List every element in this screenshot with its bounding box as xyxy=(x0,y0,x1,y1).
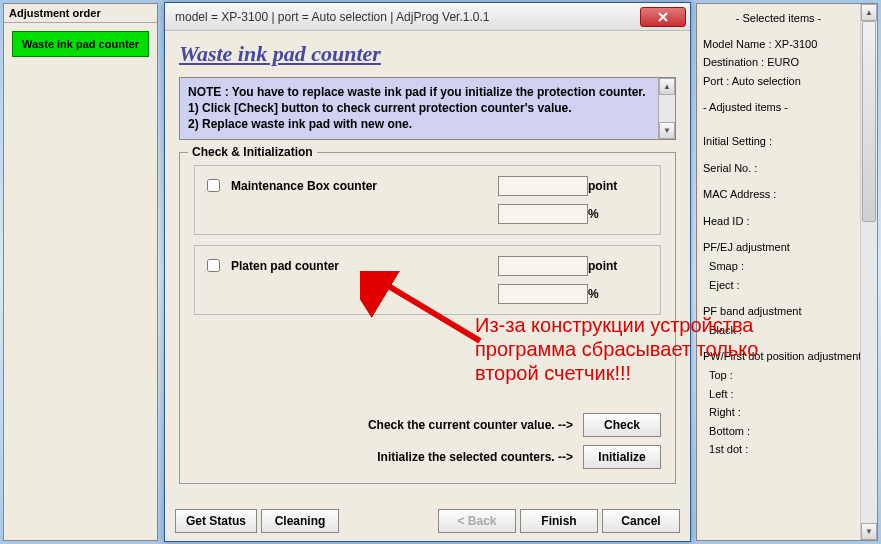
unit-point-label: point xyxy=(588,179,648,193)
dialog-titlebar: model = XP-3100 | port = Auto selection … xyxy=(165,3,690,31)
platen-percent-field xyxy=(498,284,588,304)
adjusted-item: PF band adjustment xyxy=(703,303,854,321)
note-line: NOTE : You have to replace waste ink pad… xyxy=(188,84,652,100)
note-box: NOTE : You have to replace waste ink pad… xyxy=(179,77,676,140)
adjusted-item: Bottom : xyxy=(703,423,854,441)
adjusted-item: Right : xyxy=(703,404,854,422)
port-label: Port : Auto selection xyxy=(703,73,854,91)
unit-point-label: point xyxy=(588,259,648,273)
scroll-track[interactable] xyxy=(861,21,877,523)
groupbox-title: Check & Initialization xyxy=(188,145,317,159)
adjusted-item: Eject : xyxy=(703,277,854,295)
get-status-button[interactable]: Get Status xyxy=(175,509,257,533)
selected-items-header: - Selected items - xyxy=(703,10,854,28)
right-scrollbar[interactable]: ▲ ▼ xyxy=(860,4,877,540)
page-title: Waste ink pad counter xyxy=(179,41,676,67)
waste-ink-pad-counter-button[interactable]: Waste ink pad counter xyxy=(12,31,149,57)
scroll-down-icon[interactable]: ▼ xyxy=(861,523,877,540)
platen-pad-checkbox[interactable] xyxy=(207,259,220,272)
scroll-down-icon[interactable]: ▼ xyxy=(659,122,675,139)
adjusted-item: PF/EJ adjustment xyxy=(703,239,854,257)
finish-button[interactable]: Finish xyxy=(520,509,598,533)
close-button[interactable] xyxy=(640,7,686,27)
adjusted-item: Initial Setting : xyxy=(703,133,854,151)
adjusted-item: Top : xyxy=(703,367,854,385)
unit-percent-label: % xyxy=(588,207,648,221)
dialog-title: model = XP-3100 | port = Auto selection … xyxy=(175,10,640,24)
adjusted-item: PW/First dot position adjustment xyxy=(703,348,854,366)
close-icon xyxy=(658,12,668,22)
scroll-up-icon[interactable]: ▲ xyxy=(861,4,877,21)
check-button[interactable]: Check xyxy=(583,413,661,437)
scroll-thumb[interactable] xyxy=(862,21,876,222)
platen-pad-label: Platen pad counter xyxy=(231,259,498,273)
note-line: 2) Replace waste ink pad with new one. xyxy=(188,116,652,132)
adjusted-item: Head ID : xyxy=(703,213,854,231)
back-button[interactable]: < Back xyxy=(438,509,516,533)
note-scrollbar[interactable]: ▲ ▼ xyxy=(658,78,675,139)
unit-percent-label: % xyxy=(588,287,648,301)
check-initialization-group: Check & Initialization Maintenance Box c… xyxy=(179,152,676,484)
scroll-track[interactable] xyxy=(659,95,675,122)
adjusted-item: Left : xyxy=(703,386,854,404)
maintenance-point-field xyxy=(498,176,588,196)
adjustment-order-title: Adjustment order xyxy=(4,4,157,23)
maintenance-box-checkbox[interactable] xyxy=(207,179,220,192)
adjusted-item: 1st dot : xyxy=(703,441,854,459)
maintenance-box-label: Maintenance Box counter xyxy=(231,179,498,193)
adjustment-order-panel: Adjustment order Waste ink pad counter xyxy=(3,3,158,541)
adjusted-items-header: - Adjusted items - xyxy=(703,99,854,117)
bottom-button-bar: Get Status Cleaning < Back Finish Cancel xyxy=(175,509,680,533)
adjusted-item: Smap : xyxy=(703,258,854,276)
adjusted-item: MAC Address : xyxy=(703,186,854,204)
adjusted-item: Black : xyxy=(703,322,854,340)
adjusted-items-panel: - Selected items - Model Name : XP-3100 … xyxy=(696,3,878,541)
adjprog-dialog: model = XP-3100 | port = Auto selection … xyxy=(164,2,691,542)
check-counter-label: Check the current counter value. --> xyxy=(368,418,573,432)
platen-point-field xyxy=(498,256,588,276)
maintenance-box-counter-block: Maintenance Box counter point % xyxy=(194,165,661,235)
adjusted-item: Serial No. : xyxy=(703,160,854,178)
destination-label: Destination : EURO xyxy=(703,54,854,72)
cancel-button[interactable]: Cancel xyxy=(602,509,680,533)
initialize-counter-label: Initialize the selected counters. --> xyxy=(377,450,573,464)
adjusted-items-content: - Selected items - Model Name : XP-3100 … xyxy=(697,4,860,540)
model-name-label: Model Name : XP-3100 xyxy=(703,36,854,54)
initialize-button[interactable]: Initialize xyxy=(583,445,661,469)
cleaning-button[interactable]: Cleaning xyxy=(261,509,339,533)
note-line: 1) Click [Check] button to check current… xyxy=(188,100,652,116)
maintenance-percent-field xyxy=(498,204,588,224)
platen-pad-counter-block: Platen pad counter point % xyxy=(194,245,661,315)
scroll-up-icon[interactable]: ▲ xyxy=(659,78,675,95)
